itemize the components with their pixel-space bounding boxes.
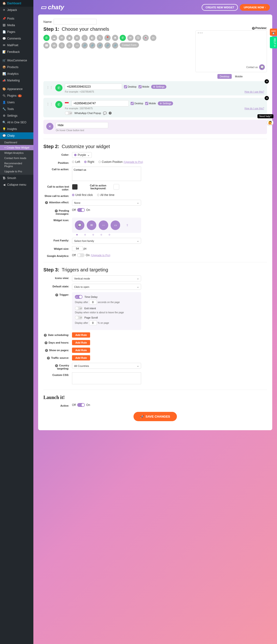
upgrade-link[interactable]: (Upgrade to Pro): [123, 160, 143, 163]
channel-tiktok[interactable]: ♫: [59, 42, 65, 48]
sidebar-sub-recommended-plugins[interactable]: Recommended Plugins: [0, 161, 33, 169]
date-add-rule-button[interactable]: Add Rule: [72, 332, 90, 338]
sidebar-item-users[interactable]: 👤Users: [0, 99, 33, 106]
channel-skype[interactable]: Ⓢ: [135, 35, 141, 41]
sidebar-item-collapse-menu[interactable]: ◀Collapse menu: [0, 182, 33, 188]
channel-settings-button[interactable]: ⚙ Settings: [151, 85, 166, 89]
sidebar-item-woocommerce[interactable]: 🛒WooCommerce: [0, 57, 33, 64]
mobile-checkbox[interactable]: Mobile: [145, 102, 156, 105]
default-state-select[interactable]: Click to open⌄: [72, 284, 141, 290]
page-scroll-toggle[interactable]: off: [75, 316, 83, 320]
channel-linkedin[interactable]: in: [150, 35, 156, 41]
sidebar-item-settings[interactable]: ⚙Settings: [0, 112, 33, 119]
sidebar-item-posts[interactable]: 📌Posts: [0, 15, 33, 22]
preview-tab-desktop[interactable]: Desktop: [217, 74, 232, 79]
create-widget-button[interactable]: CREATE NEW WIDGET: [202, 4, 238, 11]
position-left[interactable]: Left: [72, 160, 80, 164]
drag-handle[interactable]: ⋮⋮: [46, 100, 53, 106]
page-scroll-input[interactable]: [89, 320, 97, 325]
mobile-checkbox[interactable]: Mobile: [139, 85, 149, 88]
size-input[interactable]: [72, 246, 83, 251]
widget-icon-upload[interactable]: ⇪: [123, 220, 132, 230]
channel-whatsapp[interactable]: ✆: [43, 35, 50, 41]
channel-value-input[interactable]: [72, 100, 129, 106]
channel-phone[interactable]: ✆: [120, 35, 126, 41]
sidebar-item-mailpoet[interactable]: ✉MailPoet: [0, 42, 33, 48]
channel-sms[interactable]: ✉: [59, 35, 65, 41]
channel-value-input[interactable]: [65, 84, 122, 90]
sidebar-item-marketing[interactable]: 📣Marketing: [0, 77, 33, 84]
channel-waze[interactable]: ☺: [66, 42, 73, 48]
channel-link1[interactable]: 🔗: [82, 42, 88, 48]
preview-tab-mobile[interactable]: Mobile: [233, 74, 245, 79]
time-delay-input[interactable]: [89, 300, 97, 304]
channel-link5[interactable]: 🔗: [112, 42, 118, 48]
sidebar-sub-widget-analytics[interactable]: Widget Analytics: [0, 150, 33, 156]
widget-icon-2[interactable]: ✉: [87, 220, 96, 230]
sidebar-item-insights[interactable]: 💡Insights: [0, 126, 33, 132]
sidebar-item-appearance[interactable]: 🎨Appearance: [0, 86, 33, 92]
pending-toggle[interactable]: [77, 208, 85, 212]
traffic-add-rule-button[interactable]: Add Rule: [72, 355, 90, 360]
sidebar-item-comments[interactable]: 💬Comments: [0, 35, 33, 42]
channel-instagram[interactable]: ◉: [66, 35, 73, 41]
sidebar-item-tools[interactable]: 🔧Tools: [0, 106, 33, 112]
channel-link3[interactable]: 🔗: [97, 42, 103, 48]
side-help-tab[interactable]: HELP ⟳: [270, 37, 277, 48]
channel-vk[interactable]: vk: [51, 42, 57, 48]
sidebar-sub-upgrade-to-pro[interactable]: Upgrade to Pro: [0, 169, 33, 174]
cta-textarea[interactable]: Contact us: [72, 167, 141, 181]
sidebar-item-jetpack[interactable]: ✈Jetpack: [0, 7, 33, 13]
save-changes-button[interactable]: 🚀 SAVE CHANGES: [133, 412, 177, 421]
desktop-checkbox[interactable]: Desktop: [124, 85, 137, 88]
sidebar-item-products[interactable]: 📦Products: [0, 64, 33, 70]
sidebar-item-plugins[interactable]: 🔌Plugins1: [0, 92, 33, 99]
attention-select[interactable]: None⌄: [72, 200, 141, 206]
icons-view-select[interactable]: Vertical mode⌄: [72, 276, 141, 282]
time-delay-toggle[interactable]: on: [75, 295, 83, 299]
channel-settings-button[interactable]: ⚙ Settings: [158, 102, 173, 106]
position-custom[interactable]: Custom Position (Upgrade to Pro): [98, 160, 143, 164]
widget-name-input[interactable]: [54, 19, 97, 24]
channel-messenger[interactable]: ☁: [51, 35, 57, 41]
hide-text-input[interactable]: [56, 122, 108, 128]
channel-custom1[interactable]: ▭: [74, 42, 80, 48]
sidebar-item-smush[interactable]: 🗜Smush: [0, 175, 33, 182]
upgrade-now-button[interactable]: UPGRADE NOW ↑: [240, 4, 270, 11]
widget-icon-4[interactable]: ▭: [111, 220, 120, 230]
cta-text-color-swatch[interactable]: [72, 184, 78, 190]
channel-line[interactable]: ○: [82, 35, 88, 41]
sidebar-item-analytics[interactable]: 📊Analytics: [0, 70, 33, 77]
channel-viber[interactable]: ☎: [43, 42, 50, 48]
channel-link2[interactable]: 🔗: [89, 42, 95, 48]
channel-wechat[interactable]: ◐: [89, 35, 95, 41]
channel-email[interactable]: ✉: [127, 35, 133, 41]
how-to-use-link[interactable]: How do I use this?: [244, 90, 264, 93]
color-select[interactable]: Purple ⌄: [72, 152, 92, 158]
sidebar-item-dashboard[interactable]: 🏠Dashboard: [0, 0, 33, 7]
font-select[interactable]: Select font family⌄: [72, 238, 141, 244]
channel-twitter[interactable]: 𝕏: [97, 35, 103, 41]
days-add-rule-button[interactable]: Add Rule: [72, 340, 90, 345]
widget-icon-3[interactable]: ⋯: [99, 220, 108, 230]
channel-slack[interactable]: ✱: [112, 35, 118, 41]
sidebar-item-feedback[interactable]: 📝Feedback: [0, 48, 33, 55]
sidebar-sub-dashboard[interactable]: Dashboard: [0, 140, 33, 145]
how-to-use-link[interactable]: How do I use this?: [244, 107, 264, 110]
active-toggle[interactable]: [77, 403, 85, 407]
help-avatar[interactable]: 🙋: [267, 119, 273, 126]
custom-css-textarea[interactable]: [72, 372, 141, 384]
show-cta-until-click[interactable]: Until first click: [72, 193, 93, 197]
show-cta-all-time[interactable]: All the time: [97, 193, 114, 197]
remove-channel-button[interactable]: ✕: [264, 96, 269, 100]
widget-icon-1[interactable]: 💬: [75, 220, 84, 230]
channel-telegram[interactable]: ➤: [74, 35, 80, 41]
sidebar-item-media[interactable]: 🖼Media: [0, 22, 33, 28]
pages-add-rule-button[interactable]: Add Rule: [72, 348, 90, 353]
ga-upgrade-link[interactable]: (Upgrade to Pro): [91, 254, 110, 257]
desktop-checkbox[interactable]: Desktop: [131, 102, 143, 105]
sidebar-sub-contact-form-leads[interactable]: Contact form leads: [0, 156, 33, 161]
preview-chat-button[interactable]: 💬: [259, 64, 265, 70]
sidebar-item-all-in-one-seo[interactable]: 🔍All in One SEO: [0, 119, 33, 126]
channel-map[interactable]: 📍: [104, 35, 111, 41]
